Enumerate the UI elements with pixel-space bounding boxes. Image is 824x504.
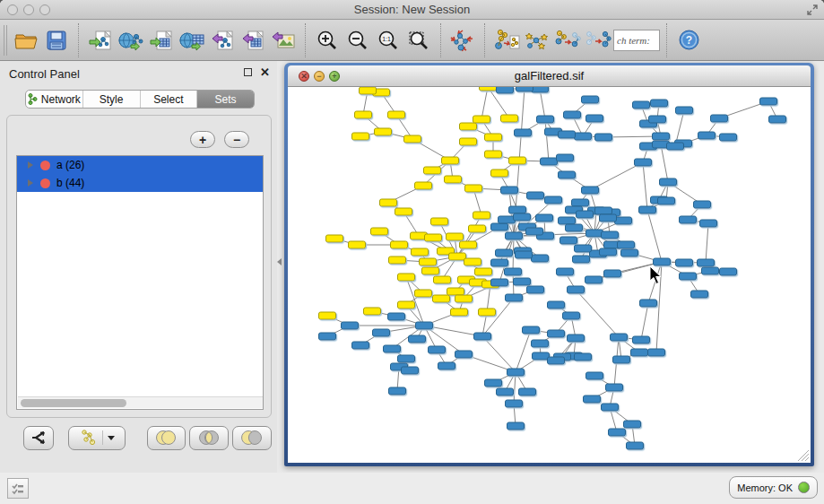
fullscreen-icon[interactable] [806,4,819,16]
open-session-icon[interactable] [11,24,41,56]
difference-icon [240,430,264,446]
control-panel-title: Control Panel [9,67,80,81]
tab-label: Sets [215,93,237,106]
set-label: a (26) [56,159,84,171]
float-panel-icon[interactable] [244,68,252,76]
zoom-out-icon[interactable] [343,24,373,56]
window-title: Session: New Session [0,3,824,16]
export-table-icon[interactable] [238,24,268,56]
add-set-button[interactable]: + [190,131,215,148]
task-list-icon [12,482,24,495]
dropdown-arrow-icon [108,436,115,440]
search-input[interactable] [613,30,660,51]
union-icon [154,430,178,446]
set-color-dot [40,178,50,188]
status-bar: Memory: OK [0,473,824,504]
toolbar-separator [666,23,667,57]
mouse-cursor [649,266,662,285]
sets-action-bar [6,418,272,457]
toolbar-grip[interactable] [4,25,7,56]
remove-set-label: − [233,134,240,146]
tab-label: Style [100,93,124,106]
zoom-selected-icon[interactable] [403,24,434,56]
set-row-b[interactable]: b (44) [17,174,263,192]
tab-network[interactable]: Network [26,91,83,108]
export-image-icon[interactable] [268,24,299,56]
toolbar-separator [78,23,79,57]
tab-label: Network [41,93,81,106]
hide-selected-icon[interactable] [552,24,583,56]
control-panel: Control Panel ✕ Network Style Select Set… [0,61,277,473]
add-set-label: + [199,134,206,146]
svg-text:?: ? [685,34,691,47]
import-table-file-icon[interactable] [146,24,177,56]
network-window[interactable]: ✕ − + galFiltered.sif [284,63,814,466]
zoom-actual-size-icon[interactable]: 1:1 [373,24,403,56]
scrollbar-thumb[interactable] [21,399,126,407]
toolbar-separator [440,23,441,57]
split-sets-button[interactable] [23,426,54,450]
expander-icon[interactable] [28,179,33,187]
help-icon[interactable]: ? [673,24,704,56]
svg-text:1:1: 1:1 [382,36,391,42]
tab-style[interactable]: Style [83,91,141,108]
collapse-divider-icon[interactable] [277,258,282,265]
split-icon [30,430,47,446]
control-panel-header: Control Panel ✕ [0,61,277,86]
create-set-icon [78,430,98,446]
sets-list: a (26) b (44) [16,155,264,410]
network-desktop: ✕ − + galFiltered.sif [277,61,824,473]
set-row-a[interactable]: a (26) [17,156,263,174]
union-sets-button[interactable] [147,426,186,450]
zoom-in-icon[interactable] [312,24,343,56]
intersection-sets-button[interactable] [189,426,229,450]
memory-status-button[interactable]: Memory: OK [729,476,818,499]
set-color-dot [40,161,50,170]
import-network-file-icon[interactable] [85,24,116,56]
toolbar-separator [305,23,306,57]
window-titlebar: Session: New Session [0,0,824,20]
set-label: b (44) [56,177,84,189]
difference-sets-button[interactable] [232,426,272,450]
network-tab-icon [28,93,38,105]
resize-grip-icon[interactable] [795,448,809,461]
horizontal-scrollbar[interactable] [18,396,264,408]
close-panel-icon[interactable]: ✕ [260,65,270,79]
show-all-icon[interactable] [583,24,613,56]
main-toolbar: 1:1 ? [0,20,824,61]
tab-label: Select [153,93,183,106]
create-set-menu-button[interactable] [68,426,126,450]
network-canvas[interactable] [288,87,811,463]
expander-icon[interactable] [28,161,33,169]
apply-layout-icon[interactable] [447,24,478,56]
application-window: Session: New Session [0,0,824,504]
first-neighbors-icon[interactable] [522,24,552,56]
import-network-url-icon[interactable] [116,24,146,56]
import-table-url-icon[interactable] [177,24,207,56]
task-history-button[interactable] [7,478,29,499]
new-network-from-selection-icon[interactable] [491,24,522,56]
control-panel-tabs: Network Style Select Sets [25,90,255,109]
memory-ok-led [798,482,810,493]
export-network-icon[interactable] [207,24,238,56]
intersection-icon [197,430,221,446]
network-window-title: galFiltered.sif [288,69,811,83]
save-session-icon[interactable] [41,24,72,56]
sets-panel: + − a (26) b (44) [6,115,272,418]
network-window-titlebar[interactable]: ✕ − + galFiltered.sif [288,65,811,87]
tab-select[interactable]: Select [141,91,198,108]
remove-set-button[interactable]: − [224,131,249,148]
memory-label: Memory: OK [737,482,793,493]
toolbar-separator [484,23,485,57]
tab-sets[interactable]: Sets [197,91,254,108]
